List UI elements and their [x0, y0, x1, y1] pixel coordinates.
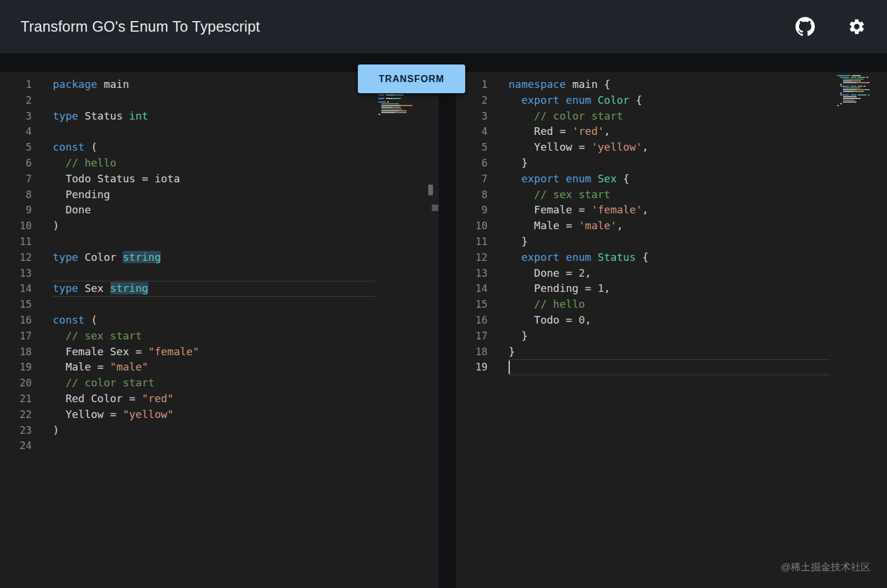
line-number[interactable]: 16: [456, 312, 492, 328]
code-line[interactable]: 4: [0, 124, 439, 140]
code-line[interactable]: 8 // sex start: [456, 187, 887, 203]
code-line[interactable]: 6 }: [456, 155, 887, 171]
page-title: Transform GO's Enum To Typescript: [21, 18, 260, 35]
line-number[interactable]: 3: [0, 108, 36, 124]
line-number[interactable]: 3: [456, 108, 492, 124]
line-number[interactable]: 14: [456, 281, 492, 297]
code-line[interactable]: 19: [456, 359, 887, 375]
line-number[interactable]: 6: [456, 155, 492, 171]
code-line[interactable]: 16const (: [0, 312, 439, 328]
line-number[interactable]: 17: [0, 328, 36, 344]
minimap[interactable]: [837, 75, 883, 108]
go-source-editor[interactable]: 1package main23type Status int45const (6…: [0, 72, 439, 588]
code-line[interactable]: 9 Done: [0, 202, 439, 218]
line-number[interactable]: 8: [0, 187, 36, 203]
code-line[interactable]: 2 export enum Color {: [456, 93, 887, 108]
main-area: 1package main23type Status int45const (6…: [0, 53, 887, 588]
watermark: @稀土掘金技术社区: [781, 560, 871, 574]
text-cursor: [509, 361, 510, 374]
code-line[interactable]: 12 export enum Status {: [456, 250, 887, 266]
line-number[interactable]: 7: [0, 171, 36, 187]
overview-ruler-mark: [428, 185, 433, 195]
code-line[interactable]: 15 // hello: [456, 297, 887, 312]
code-line[interactable]: 5 Yellow = 'yellow',: [456, 140, 887, 155]
github-button[interactable]: [795, 17, 815, 36]
code-line[interactable]: 12type Color string: [0, 250, 439, 266]
code-line[interactable]: 17 }: [456, 328, 887, 344]
code-line[interactable]: 6 // hello: [0, 155, 439, 171]
typescript-output-editor[interactable]: 1namespace main {2 export enum Color {3 …: [456, 72, 887, 588]
code-line[interactable]: 10 Male = 'male',: [456, 218, 887, 234]
overview-ruler-mark: [432, 205, 438, 211]
transform-button[interactable]: TRANSFORM: [358, 64, 465, 93]
code-line[interactable]: 1namespace main {: [456, 77, 887, 93]
code-line[interactable]: 18 Female Sex = "female": [0, 344, 439, 360]
line-number[interactable]: 18: [456, 344, 492, 360]
code-line[interactable]: 15: [0, 297, 439, 312]
code-line[interactable]: 20 // color start: [0, 375, 439, 391]
line-number[interactable]: 12: [0, 250, 36, 266]
line-number[interactable]: 10: [0, 218, 36, 234]
line-number[interactable]: 20: [0, 375, 36, 391]
code-line[interactable]: 17 // sex start: [0, 328, 439, 344]
line-number[interactable]: 8: [456, 187, 492, 203]
line-number[interactable]: 24: [0, 438, 36, 454]
code-line[interactable]: 13: [0, 266, 439, 281]
line-number[interactable]: 17: [456, 328, 492, 344]
code-line[interactable]: 14type Sex string: [0, 281, 439, 297]
line-number[interactable]: 1: [0, 77, 36, 93]
line-number[interactable]: 5: [456, 140, 492, 155]
line-number[interactable]: 22: [0, 407, 36, 423]
line-number[interactable]: 15: [456, 297, 492, 312]
code-line[interactable]: 3 // color start: [456, 108, 887, 124]
code-line[interactable]: 3type Status int: [0, 108, 439, 124]
code-line[interactable]: 14 Pending = 1,: [456, 281, 887, 297]
line-number[interactable]: 16: [0, 312, 36, 328]
line-number[interactable]: 11: [0, 234, 36, 250]
code-line[interactable]: 24: [0, 438, 439, 454]
github-icon: [795, 17, 815, 36]
line-number[interactable]: 13: [456, 266, 492, 281]
code-line[interactable]: 9 Female = 'female',: [456, 202, 887, 218]
code-line[interactable]: 13 Done = 2,: [456, 266, 887, 281]
code-line[interactable]: 11 }: [456, 234, 887, 250]
code-line[interactable]: 19 Male = "male": [0, 359, 439, 375]
gear-icon: [848, 18, 866, 36]
header-actions: [795, 17, 866, 36]
line-number[interactable]: 9: [0, 202, 36, 218]
line-number[interactable]: 21: [0, 391, 36, 407]
code-line[interactable]: 8 Pending: [0, 187, 439, 203]
line-number[interactable]: 23: [0, 423, 36, 439]
code-line[interactable]: 22 Yellow = "yellow": [0, 407, 439, 423]
line-number[interactable]: 15: [0, 297, 36, 312]
line-number[interactable]: 4: [456, 124, 492, 140]
line-number[interactable]: 18: [0, 344, 36, 360]
settings-button[interactable]: [848, 18, 866, 36]
code-line[interactable]: 7 Todo Status = iota: [0, 171, 439, 187]
code-line[interactable]: 16 Todo = 0,: [456, 312, 887, 328]
code-line[interactable]: 11: [0, 234, 439, 250]
line-number[interactable]: 9: [456, 202, 492, 218]
line-number[interactable]: 5: [0, 140, 36, 155]
line-number[interactable]: 19: [456, 359, 492, 375]
line-number[interactable]: 19: [0, 359, 36, 375]
code-line[interactable]: 4 Red = 'red',: [456, 124, 887, 140]
code-line[interactable]: 10): [0, 218, 439, 234]
line-number[interactable]: 7: [456, 171, 492, 187]
line-number[interactable]: 12: [456, 250, 492, 266]
line-number[interactable]: 10: [456, 218, 492, 234]
line-number[interactable]: 11: [456, 234, 492, 250]
line-number[interactable]: 2: [456, 93, 492, 108]
code-line[interactable]: 7 export enum Sex {: [456, 171, 887, 187]
line-number[interactable]: 6: [0, 155, 36, 171]
code-line[interactable]: 18}: [456, 344, 887, 360]
line-number[interactable]: 2: [0, 93, 36, 108]
code-line[interactable]: 2: [0, 93, 439, 108]
code-line[interactable]: 23): [0, 423, 439, 439]
editor-divider: [439, 72, 456, 588]
code-line[interactable]: 5const (: [0, 140, 439, 155]
line-number[interactable]: 4: [0, 124, 36, 140]
line-number[interactable]: 14: [0, 281, 36, 297]
code-line[interactable]: 21 Red Color = "red": [0, 391, 439, 407]
line-number[interactable]: 13: [0, 266, 36, 281]
